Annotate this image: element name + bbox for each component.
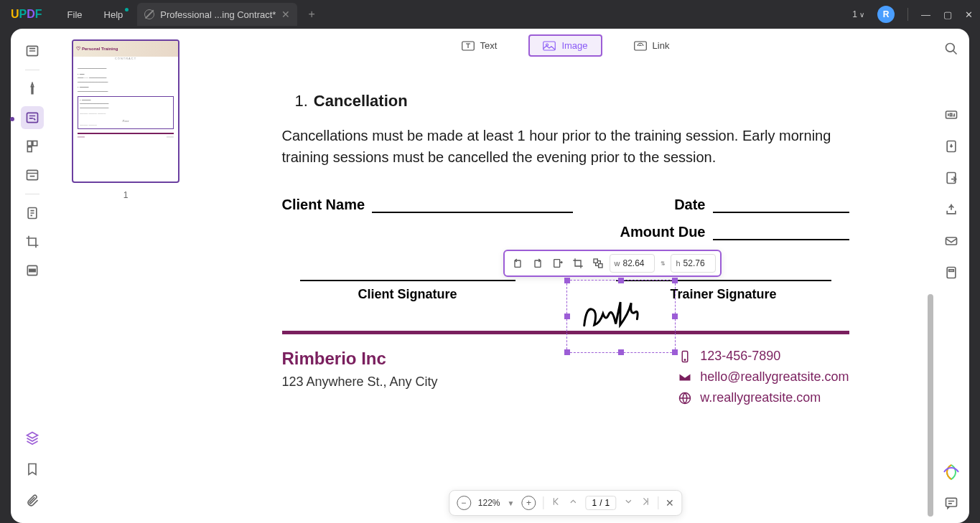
footer-separator (282, 331, 849, 334)
close-bar-icon[interactable]: ✕ (666, 497, 674, 509)
resize-handle[interactable] (564, 278, 570, 283)
left-rail (11, 29, 54, 523)
company-block: Rimberio Inc 123 Anywhere St., Any City (282, 349, 438, 390)
image-selection-box[interactable] (566, 280, 676, 353)
comment-panel-icon[interactable] (942, 494, 961, 512)
form-tool-icon[interactable] (21, 164, 44, 187)
image-edit-toolbar: w 82.64 ⇅ h 52.76 (503, 250, 722, 277)
edit-tool-icon[interactable] (21, 106, 44, 129)
zoom-out-button[interactable]: − (457, 496, 471, 510)
svg-rect-10 (543, 42, 556, 50)
trial-badge[interactable]: 1∨ (852, 9, 864, 19)
phone-icon (678, 350, 691, 363)
layers-icon[interactable] (21, 426, 44, 449)
svg-rect-27 (947, 268, 956, 278)
contact-block: 123-456-7890 hello@reallygreatsite.com w… (678, 349, 849, 405)
tab-close-icon[interactable]: ✕ (281, 9, 290, 20)
attachment-icon[interactable] (21, 489, 44, 512)
date-field: Date (674, 197, 849, 213)
svg-rect-3 (33, 141, 37, 146)
signature-image (577, 293, 665, 336)
add-tab-button[interactable]: + (308, 8, 314, 21)
edit-toolbar: Text Image Link (197, 29, 933, 63)
page-input[interactable]: 1 / 1 (585, 496, 616, 510)
convert-icon[interactable] (942, 137, 961, 156)
svg-rect-18 (598, 264, 602, 268)
minimize-button[interactable]: — (921, 9, 930, 20)
search-icon[interactable] (942, 39, 961, 58)
resize-handle[interactable] (564, 349, 570, 355)
zoom-in-button[interactable]: + (521, 496, 536, 510)
resize-handle[interactable] (672, 349, 678, 355)
image-tool-button[interactable]: Image (528, 34, 602, 57)
vertical-scrollbar[interactable] (928, 294, 933, 517)
save-as-icon[interactable] (942, 169, 961, 187)
resize-handle[interactable] (564, 314, 570, 319)
amount-due-field: Amount Due (620, 224, 849, 240)
svg-rect-2 (27, 141, 32, 146)
right-rail (933, 29, 969, 523)
extract-icon[interactable] (549, 255, 566, 272)
svg-rect-26 (946, 237, 957, 245)
resize-handle[interactable] (618, 349, 624, 355)
svg-rect-5 (27, 170, 38, 179)
resize-handle[interactable] (672, 278, 678, 283)
zoom-value: 122% (478, 498, 500, 508)
client-name-field: Client Name (282, 197, 574, 213)
width-input[interactable]: w 82.64 (610, 254, 655, 273)
app-logo: UPDF (11, 8, 42, 21)
titlebar: UPDF File Help Professional ...ing Contr… (0, 0, 980, 29)
height-input[interactable]: h 52.76 (671, 254, 715, 273)
rotate-right-icon[interactable] (529, 255, 546, 272)
svg-point-22 (946, 44, 955, 52)
document-page: 1.Cancellation Cancellations must be mad… (225, 63, 907, 494)
ai-assistant-icon[interactable] (943, 463, 960, 481)
bookmark-icon[interactable] (21, 458, 44, 481)
menu-file[interactable]: File (67, 9, 83, 20)
redact-tool-icon[interactable] (21, 259, 44, 282)
page-thumbnail[interactable]: ♡Personal Training CONTRACT ━━━━━━━━━━━━… (72, 39, 179, 183)
prev-page-icon[interactable] (568, 496, 578, 509)
thumbnail-panel: ♡Personal Training CONTRACT ━━━━━━━━━━━━… (54, 29, 197, 523)
active-indicator-dot (10, 117, 14, 121)
print-icon[interactable] (942, 263, 961, 282)
resize-handle[interactable] (672, 314, 678, 319)
section-heading: 1.Cancellation (295, 92, 849, 110)
menu-help[interactable]: Help (104, 9, 123, 20)
reader-mode-icon[interactable] (21, 39, 44, 62)
replace-icon[interactable] (589, 255, 607, 272)
svg-rect-29 (946, 498, 957, 506)
svg-point-20 (684, 359, 686, 360)
avatar[interactable]: R (877, 6, 895, 23)
svg-rect-16 (554, 260, 559, 268)
svg-rect-4 (27, 147, 32, 152)
client-signature-block: Client Signature (282, 280, 533, 302)
resize-handle[interactable] (618, 278, 624, 283)
crop-image-icon[interactable] (569, 255, 587, 272)
close-button[interactable]: ✕ (965, 9, 973, 20)
document-tab[interactable]: Professional ...ing Contract* ✕ (137, 3, 297, 26)
first-page-icon[interactable] (551, 496, 561, 509)
thumbnail-page-number: 1 (123, 190, 129, 200)
web-icon (678, 392, 691, 405)
last-page-icon[interactable] (640, 496, 650, 509)
link-tool-button[interactable]: Link (624, 36, 680, 55)
email-send-icon[interactable] (942, 232, 961, 250)
text-tool-button[interactable]: Text (452, 36, 508, 55)
bottom-bar: − 122% ▼ + 1 / 1 ✕ (449, 490, 682, 516)
comment-tool-icon[interactable] (21, 77, 44, 100)
zoom-dropdown-icon[interactable]: ▼ (508, 499, 515, 507)
share-icon[interactable] (942, 200, 961, 219)
aspect-lock-icon[interactable]: ⇅ (658, 260, 668, 267)
next-page-icon[interactable] (623, 496, 633, 509)
no-edit-icon (144, 9, 154, 19)
svg-rect-17 (594, 259, 597, 263)
maximize-button[interactable]: ▢ (943, 9, 952, 20)
ocr-icon[interactable] (942, 105, 961, 124)
svg-rect-28 (949, 270, 954, 272)
protect-tool-icon[interactable] (21, 202, 44, 225)
page-tool-icon[interactable] (21, 135, 44, 158)
svg-rect-8 (29, 269, 35, 271)
rotate-left-icon[interactable] (509, 255, 526, 272)
crop-tool-icon[interactable] (21, 230, 44, 253)
